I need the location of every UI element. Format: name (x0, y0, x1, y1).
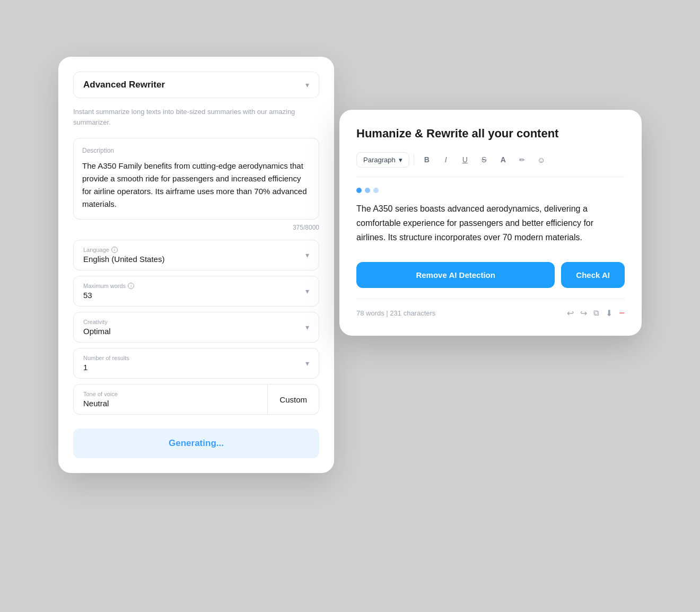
tool-selector[interactable]: Advanced Rewriter ▾ (73, 72, 319, 98)
language-label: Language i (83, 247, 164, 253)
max-words-value: 53 (83, 291, 134, 300)
tool-description: Instant summarize long texts into bite-s… (73, 107, 319, 127)
word-count: 78 words | 231 characters (356, 309, 435, 317)
tool-selector-label: Advanced Rewriter (83, 80, 165, 90)
left-card: Advanced Rewriter ▾ Instant summarize lo… (58, 57, 334, 473)
redo-icon[interactable]: ↪ (580, 308, 587, 318)
tool-selector-chevron-icon: ▾ (305, 81, 309, 89)
generate-button[interactable]: Generating... (73, 429, 319, 458)
tone-row: Tone of voice Neutral Custom (73, 384, 319, 415)
number-of-results-label: Number of results (83, 355, 129, 361)
paragraph-label: Paragraph (363, 156, 396, 164)
highlight-button[interactable]: A (495, 151, 512, 168)
underline-button[interactable]: U (457, 151, 474, 168)
number-of-results-value: 1 (83, 363, 129, 372)
language-chevron-icon: ▾ (305, 251, 309, 259)
paragraph-chevron-icon: ▾ (399, 156, 402, 164)
right-card: Humanize & Rewrite all your content Para… (339, 110, 642, 336)
bottom-icons: ↩ ↪ ⧉ ⬇ − (567, 308, 625, 319)
strikethrough-button[interactable]: S (476, 151, 493, 168)
number-of-results-chevron-icon: ▾ (305, 359, 309, 368)
language-value: English (United States) (83, 255, 164, 264)
max-words-option[interactable]: Maximum words i 53 ▾ (73, 276, 319, 307)
description-box-text[interactable]: The A350 Family benefits from cutting-ed… (82, 160, 310, 211)
max-words-chevron-icon: ▾ (305, 287, 309, 295)
emoji-button[interactable]: ☺ (533, 151, 550, 168)
undo-icon[interactable]: ↩ (567, 308, 574, 318)
description-box-label: Description (82, 147, 310, 154)
action-buttons: Remove AI Detection Check AI (356, 262, 625, 288)
creativity-chevron-icon: ▾ (305, 323, 309, 331)
status-dots (356, 188, 625, 193)
remove-icon[interactable]: − (619, 308, 625, 319)
max-words-label: Maximum words i (83, 283, 134, 289)
dot-3 (373, 188, 379, 193)
dot-1 (356, 188, 362, 193)
bottom-bar: 78 words | 231 characters ↩ ↪ ⧉ ⬇ − (356, 299, 625, 319)
tone-of-voice-label: Tone of voice (83, 391, 258, 397)
language-info-icon: i (111, 247, 118, 253)
custom-button[interactable]: Custom (268, 384, 319, 415)
creativity-label: Creativity (83, 319, 111, 325)
tone-of-voice-value: Neutral (83, 399, 258, 408)
max-words-info-icon: i (128, 283, 134, 289)
description-box: Description The A350 Family benefits fro… (73, 138, 319, 220)
remove-ai-detection-button[interactable]: Remove AI Detection (356, 262, 555, 288)
creativity-option[interactable]: Creativity Optimal ▾ (73, 312, 319, 343)
toolbar-divider-1 (414, 154, 414, 165)
language-option[interactable]: Language i English (United States) ▾ (73, 240, 319, 270)
dot-2 (365, 188, 370, 193)
right-card-title: Humanize & Rewrite all your content (356, 127, 625, 141)
pen-button[interactable]: ✏ (514, 151, 531, 168)
italic-button[interactable]: I (438, 151, 454, 168)
paragraph-select[interactable]: Paragraph ▾ (356, 152, 409, 168)
creativity-value: Optimal (83, 327, 111, 336)
tone-of-voice-option[interactable]: Tone of voice Neutral (73, 384, 268, 415)
editor-toolbar: Paragraph ▾ B I U S A ✏ ☺ (356, 151, 625, 177)
number-of-results-option[interactable]: Number of results 1 ▾ (73, 348, 319, 379)
output-text[interactable]: The A350 series boasts advanced aerodyna… (356, 202, 625, 245)
copy-icon[interactable]: ⧉ (593, 308, 599, 318)
download-icon[interactable]: ⬇ (606, 308, 612, 318)
check-ai-button[interactable]: Check AI (561, 262, 625, 288)
bold-button[interactable]: B (418, 151, 435, 168)
char-count: 375/8000 (73, 224, 319, 231)
